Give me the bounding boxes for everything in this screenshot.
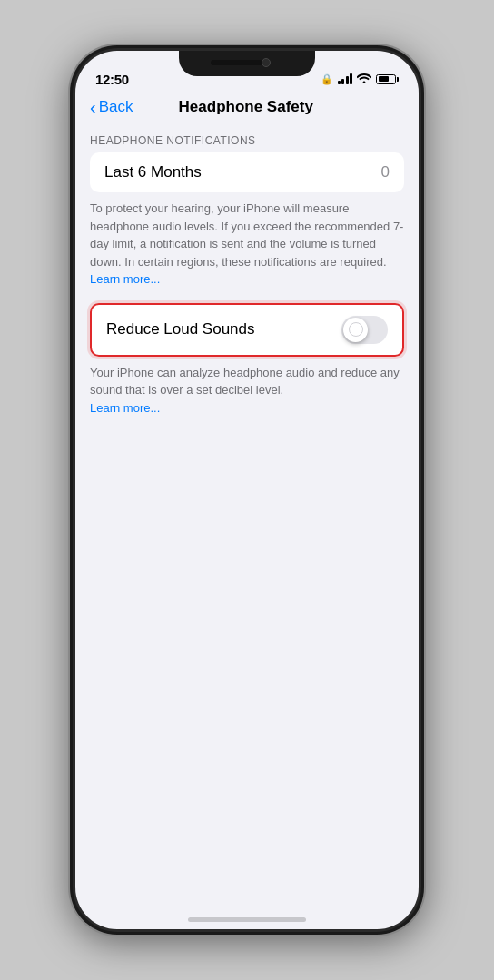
notch [179, 51, 315, 76]
reduce-loud-sounds-card: Reduce Loud Sounds [90, 303, 404, 357]
signal-bar-1 [338, 81, 341, 84]
status-icons: 🔒 [321, 73, 400, 86]
notifications-description: To protect your hearing, your iPhone wil… [75, 192, 419, 303]
signal-bars-icon [338, 74, 353, 84]
home-indicator [188, 917, 306, 922]
toggle-description-text: Your iPhone can analyze headphone audio … [90, 366, 400, 397]
back-label: Back [99, 98, 133, 116]
battery-icon [376, 74, 399, 84]
notifications-description-text: To protect your hearing, your iPhone wil… [90, 201, 403, 269]
notifications-row-label: Last 6 Months [104, 163, 202, 181]
notifications-row[interactable]: Last 6 Months 0 [90, 152, 404, 192]
phone-screen: 12:50 🔒 [75, 51, 419, 929]
notifications-row-value: 0 [381, 163, 390, 181]
toggle-row: Reduce Loud Sounds [92, 305, 402, 355]
toggle-label: Reduce Loud Sounds [106, 320, 255, 338]
status-time: 12:50 [95, 72, 129, 87]
learn-more-2-link[interactable]: Learn more... [90, 401, 160, 415]
reduce-loud-sounds-toggle[interactable] [341, 316, 388, 344]
learn-more-1-link[interactable]: Learn more... [90, 272, 160, 286]
notch-speaker [211, 60, 265, 65]
battery-fill [379, 76, 390, 82]
phone-frame: 12:50 🔒 [70, 45, 424, 935]
lock-icon: 🔒 [321, 74, 333, 85]
phone-inner: 12:50 🔒 [73, 48, 421, 932]
signal-bar-4 [350, 74, 352, 84]
toggle-section: Reduce Loud Sounds [90, 303, 404, 357]
nav-title: Headphone Safety [133, 98, 359, 116]
battery-tip [397, 77, 399, 82]
signal-bar-2 [341, 79, 344, 84]
back-chevron-icon: ‹ [90, 98, 96, 116]
notch-camera [262, 58, 271, 67]
content: HEADPHONE NOTIFICATIONS Last 6 Months 0 … [75, 127, 419, 449]
toggle-description: Your iPhone can analyze headphone audio … [75, 357, 419, 432]
wifi-icon [357, 73, 371, 86]
nav-bar: ‹ Back Headphone Safety [75, 94, 419, 127]
signal-bar-3 [346, 76, 349, 84]
section-header: HEADPHONE NOTIFICATIONS [75, 127, 419, 152]
toggle-knob [343, 318, 368, 342]
notifications-card: Last 6 Months 0 [90, 152, 404, 192]
battery-body [376, 74, 396, 84]
back-button[interactable]: ‹ Back [90, 98, 133, 116]
